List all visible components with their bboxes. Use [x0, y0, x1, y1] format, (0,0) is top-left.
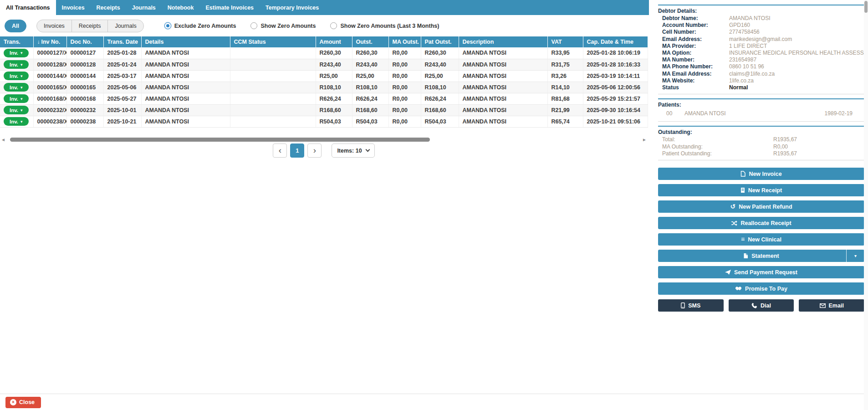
cell-amount: R243,40 [316, 59, 352, 70]
tab-all-transactions[interactable]: All Transactions [0, 0, 56, 15]
column-header-ma-outst[interactable]: MA Outst. [388, 36, 421, 47]
cell-description: AMANDA NTOSI [459, 47, 547, 59]
field-value: AMANDA NTOSI [729, 15, 864, 22]
invoice-type-button[interactable]: Inv.▾ [4, 117, 29, 126]
tab-temporary-invoices[interactable]: Temporary Invoices [260, 0, 325, 15]
new-invoice-button[interactable]: New Invoice [658, 168, 864, 180]
cell-outst: R504,03 [352, 116, 388, 127]
cell-inv-no: 00000165/X [33, 82, 66, 93]
tab-invoices[interactable]: Invoices [56, 0, 91, 15]
button-label: SMS [688, 302, 700, 309]
debtor-field-ma-provider: MA Provider:1 LIFE DIRECT [658, 43, 864, 50]
outstanding-value: R1935,67 [773, 136, 864, 143]
dial-button[interactable]: Dial [729, 299, 794, 312]
column-header-cap-date-time[interactable]: Cap. Date & Time [583, 36, 648, 47]
vertical-scrollbar[interactable] [864, 0, 868, 410]
cell-amount: R25,00 [316, 70, 352, 82]
items-per-page-select[interactable]: Items: 10 [332, 144, 374, 158]
tab-journals[interactable]: Journals [126, 0, 162, 15]
column-header-trans[interactable]: Trans. [0, 36, 33, 47]
filter-all-button[interactable]: All [5, 20, 26, 32]
radio-circle-icon [164, 22, 171, 29]
patients-section: Patients: 00AMANDA NTOSI1989-02-19 [658, 98, 864, 122]
debtor-field-account-number: Account Number:GPD160 [658, 22, 864, 29]
new-clinical-button[interactable]: ≡New Clinical [658, 233, 864, 246]
column-header-description[interactable]: Description [459, 36, 547, 47]
radio-show-zero-amounts[interactable]: Show Zero Amounts [250, 22, 316, 29]
column-header-pat-outst[interactable]: Pat Outst. [421, 36, 459, 47]
cell-amount: R504,03 [316, 116, 352, 127]
column-header-ccm-status[interactable]: CCM Status [230, 36, 316, 47]
radio-exclude-zero-amounts[interactable]: Exclude Zero Amounts [164, 22, 236, 29]
close-button[interactable]: × Close [5, 397, 41, 408]
tab-notebook[interactable]: Notebook [162, 0, 200, 15]
invoice-type-button[interactable]: Inv.▾ [4, 49, 29, 57]
send-payment-request-button[interactable]: Send Payment Request [658, 266, 864, 278]
cell-doc-no: 00000144 [66, 70, 103, 82]
column-header-inv-no[interactable]: ↓Inv No. [33, 36, 66, 47]
filter-journals-button[interactable]: Journals [107, 20, 143, 32]
footer-bar: × Close [0, 394, 868, 410]
scroll-right-icon[interactable]: ► [641, 137, 648, 142]
debtor-field-cell-number: Cell Number:2774758456 [658, 29, 864, 36]
patients-list: 00AMANDA NTOSI1989-02-19 [658, 109, 864, 118]
outstanding-value: R0,00 [773, 144, 864, 150]
chevron-down-icon: ▾ [20, 119, 23, 124]
contact-buttons: SMSDialEmail [658, 299, 864, 312]
outstanding-title: Outstanding: [658, 128, 864, 136]
invoice-type-button[interactable]: Inv.▾ [4, 72, 29, 80]
column-header-details[interactable]: Details [141, 36, 230, 47]
cell-ma-outst: R0,00 [388, 93, 421, 104]
email-button[interactable]: Email [799, 299, 864, 312]
cell-outst: R626,24 [352, 93, 388, 104]
invoice-type-button[interactable]: Inv.▾ [4, 106, 29, 114]
patient-name: AMANDA NTOSI [684, 110, 825, 117]
statement-dropdown-caret[interactable]: ▾ [846, 250, 864, 262]
vertical-scrollbar-thumb[interactable] [864, 1, 868, 13]
invoice-type-button[interactable]: Inv.▾ [4, 83, 29, 92]
scrollbar-thumb[interactable] [10, 138, 430, 142]
scroll-left-icon[interactable]: ◄ [0, 137, 6, 142]
field-label: MA Website: [658, 77, 729, 84]
field-label: MA Option: [658, 50, 729, 56]
current-page-button[interactable]: 1 [290, 144, 304, 158]
cell-details: AMANDA NTOSI [141, 82, 230, 93]
column-header-outst[interactable]: Outst. [352, 36, 388, 47]
column-header-trans-date[interactable]: Trans. Date [103, 36, 141, 47]
next-page-button[interactable]: › [307, 144, 322, 158]
trans-cell: Inv.▾ [0, 47, 33, 59]
filter-receipts-button[interactable]: Receipts [71, 20, 108, 32]
field-label: Cell Number: [658, 29, 729, 36]
button-label: Reallocate Receipt [740, 220, 791, 226]
table-row: Inv.▾00000127/X000001272025-01-28AMANDA … [0, 47, 648, 59]
new-patient-refund-button[interactable]: ↺New Patient Refund [658, 200, 864, 213]
invoice-type-button[interactable]: Inv.▾ [4, 94, 29, 103]
field-label: MA Email Address: [658, 71, 729, 77]
promise-to-pay-button[interactable]: Promise To Pay [658, 282, 864, 295]
reallocate-receipt-button[interactable]: Reallocate Receipt [658, 217, 864, 229]
patients-title: Patients: [658, 101, 864, 109]
statement-button[interactable]: Statement▾ [658, 250, 864, 262]
tab-estimate-invoices[interactable]: Estimate Invoices [199, 0, 260, 15]
patient-row[interactable]: 00AMANDA NTOSI1989-02-19 [658, 109, 864, 118]
transactions-table: Trans.↓Inv No.Doc No.Trans. DateDetailsC… [0, 36, 648, 128]
column-header-vat[interactable]: VAT [547, 36, 583, 47]
column-header-amount[interactable]: Amount [316, 36, 352, 47]
cell-ccm-status [230, 47, 316, 59]
tab-receipts[interactable]: Receipts [91, 0, 126, 15]
field-label: Status [658, 84, 729, 91]
outstanding-list: Total:R1935,67MA Outstanding:R0,00Patien… [658, 136, 864, 157]
cell-trans-date: 2025-03-17 [103, 70, 141, 82]
new-receipt-button[interactable]: New Receipt [658, 184, 864, 196]
cell-cap-datetime: 2025-01-28 10:16:33 [583, 59, 648, 70]
column-header-doc-no[interactable]: Doc No. [66, 36, 103, 47]
cell-vat: R3,26 [547, 70, 583, 82]
field-label: Account Number: [658, 22, 729, 29]
invoice-type-button[interactable]: Inv.▾ [4, 60, 29, 69]
prev-page-button[interactable]: ‹ [273, 144, 287, 158]
filter-invoices-button[interactable]: Invoices [36, 20, 72, 32]
sms-button[interactable]: SMS [658, 299, 724, 312]
radio-show-zero-amounts-last-3-months[interactable]: Show Zero Amounts (Last 3 Months) [330, 22, 439, 29]
scrollbar-track[interactable] [6, 138, 641, 142]
cell-outst: R260,30 [352, 47, 388, 59]
